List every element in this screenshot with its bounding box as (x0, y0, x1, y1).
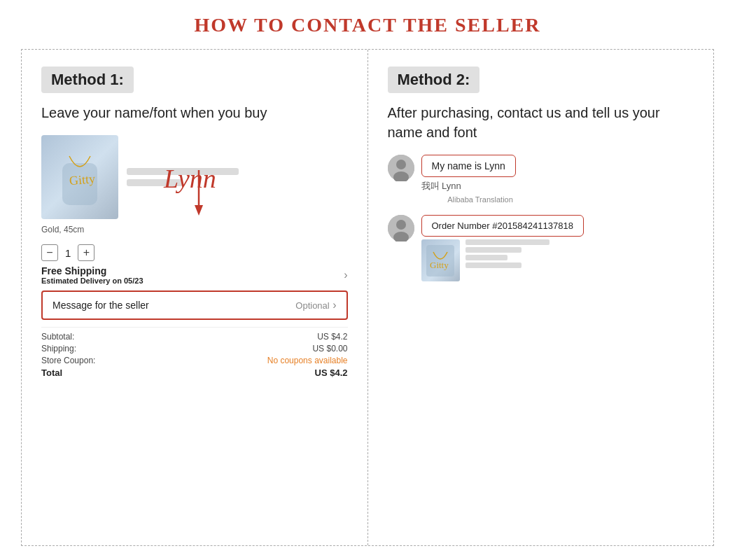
order-product-info (465, 239, 550, 268)
coupon-value: No coupons available (267, 356, 348, 365)
chat-message-1: My name is Lynn 我叫 Lynn Alibaba Translat… (388, 155, 694, 204)
chinese-translation: 我叫 Lynn (421, 180, 516, 192)
chat-bubble-area-1: My name is Lynn 我叫 Lynn Alibaba Translat… (421, 155, 516, 204)
blur-product-detail (465, 262, 522, 268)
qty-controls[interactable]: − 1 + (41, 244, 348, 261)
method2-description: After purchasing, contact us and tell us… (388, 103, 694, 142)
method1-description: Leave your name/font when you buy (41, 103, 348, 122)
right-column: Method 2: After purchasing, contact us a… (368, 50, 714, 545)
message-label: Message for the seller (52, 300, 149, 311)
message-optional-chevron: Optional › (295, 299, 336, 312)
chevron-right-icon: › (332, 299, 336, 311)
columns-wrapper: Method 1: Leave your name/font when you … (21, 49, 714, 546)
shipping-cost-value: US $0.00 (312, 344, 347, 354)
blur-product-title (465, 239, 550, 245)
delivery-info: Estimated Delivery on 05/23 (41, 276, 144, 285)
left-column: Method 1: Leave your name/font when you … (22, 50, 368, 545)
page-wrapper: HOW TO CONTACT THE SELLER Method 1: Leav… (0, 0, 735, 560)
chat-area: My name is Lynn 我叫 Lynn Alibaba Translat… (388, 155, 694, 281)
order-necklace-icon: Gitty (423, 241, 458, 280)
chat-message-2: Order Number #201584241137818 Gitty (388, 215, 694, 281)
qty-value: 1 (65, 247, 71, 259)
blur-product-status (465, 255, 507, 260)
chat-bubble-1: My name is Lynn (421, 155, 516, 177)
quantity-row: Gold, 45cm (41, 225, 348, 239)
avatar-icon-1 (388, 155, 414, 181)
optional-label: Optional (295, 300, 329, 311)
product-thumbnail: Gitty (41, 135, 118, 219)
svg-text:Gitty: Gitty (69, 172, 96, 188)
svg-point-5 (396, 160, 406, 169)
subtotal-value: US $4.2 (317, 332, 347, 342)
shipping-row: Free Shipping Estimated Delivery on 05/2… (41, 265, 348, 285)
avatar-icon-2 (388, 215, 414, 241)
avatar-2 (388, 215, 414, 241)
svg-text:Gitty: Gitty (430, 260, 449, 270)
order-product-thumb: Gitty (421, 239, 460, 281)
coupon-label: Store Coupon: (41, 356, 95, 365)
message-for-seller-box[interactable]: Message for the seller Optional › (41, 290, 348, 320)
coupon-row: Store Coupon: No coupons available (41, 356, 348, 365)
chevron-right-icon: › (344, 269, 347, 281)
total-value: US $4.2 (315, 368, 348, 378)
translation-label: Alibaba Translation (421, 195, 516, 204)
product-thumb-inner: Gitty (41, 135, 118, 219)
subtotal-label: Subtotal: (41, 332, 74, 342)
page-title: HOW TO CONTACT THE SELLER (194, 14, 540, 36)
method2-badge: Method 2: (388, 66, 480, 93)
qty-minus-button[interactable]: − (41, 244, 58, 261)
svg-marker-3 (195, 205, 203, 216)
avatar-1 (388, 155, 414, 181)
totals-area: Subtotal: US $4.2 Shipping: US $0.00 Sto… (41, 327, 348, 378)
order-number-bubble: Order Number #201584241137818 (421, 215, 584, 237)
lynn-annotation: Lynn (164, 163, 216, 194)
shipping-info: Free Shipping Estimated Delivery on 05/2… (41, 265, 144, 285)
order-product-row: Gitty (421, 239, 584, 281)
arrow-icon (192, 170, 220, 219)
shipping-cost-row: Shipping: US $0.00 (41, 344, 348, 354)
necklace-icon: Gitty (48, 142, 111, 212)
shipping-cost-label: Shipping: (41, 344, 76, 354)
mockup-area: Gitty Gold, 45cm − 1 + (41, 135, 348, 378)
total-row: Total US $4.2 (41, 368, 348, 378)
free-shipping-label: Free Shipping (41, 265, 144, 276)
svg-point-8 (396, 220, 406, 230)
method1-badge: Method 1: (41, 66, 134, 93)
variant-label: Gold, 45cm (41, 225, 84, 234)
subtotal-row: Subtotal: US $4.2 (41, 332, 348, 342)
order-info-area: Order Number #201584241137818 Gitty (421, 215, 584, 281)
total-label: Total (41, 368, 62, 378)
blur-product-subtitle (465, 247, 522, 253)
qty-plus-button[interactable]: + (78, 244, 94, 261)
